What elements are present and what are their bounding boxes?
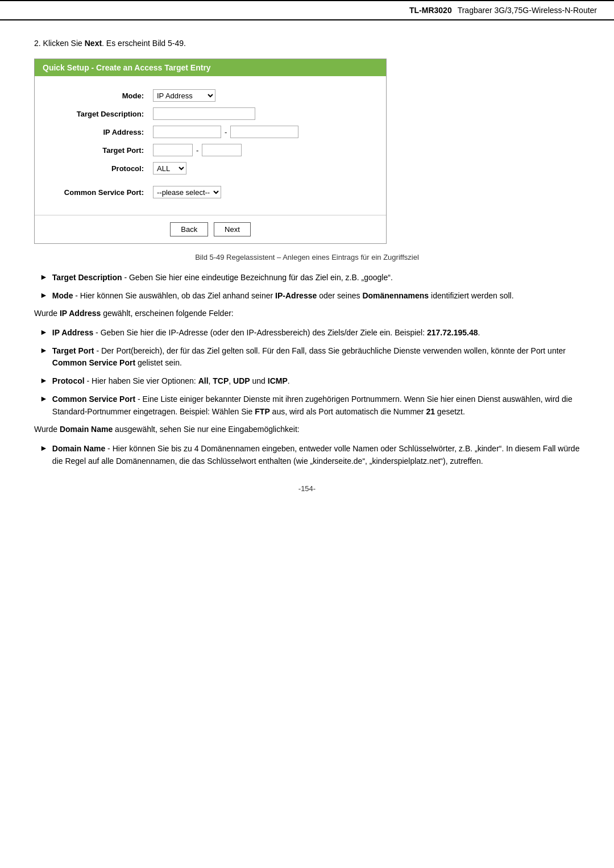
back-button[interactable]: Back bbox=[170, 222, 208, 236]
target-desc-label: Target Description: bbox=[46, 105, 148, 123]
ip-address-end-input[interactable] bbox=[230, 126, 298, 138]
bullet-text-domain-name: Domain Name - Hier können Sie bis zu 4 D… bbox=[52, 443, 580, 467]
bullet-bold-tcp: TCP bbox=[213, 376, 229, 385]
bullet-item-mode: ► Mode - Hier können Sie auswählen, ob d… bbox=[34, 290, 580, 302]
form-table: Mode: IP Address Domain Name Target Desc… bbox=[46, 86, 375, 207]
bullet-arrow-7: ► bbox=[40, 443, 48, 452]
bullet-arrow-2: ► bbox=[40, 290, 48, 300]
ip-address-row: IP Address: - bbox=[46, 123, 375, 141]
bullet-bold-ip-example: 217.72.195.48 bbox=[427, 328, 478, 337]
target-port-field: - bbox=[148, 141, 375, 159]
common-service-port-field: --please select-- bbox=[148, 183, 375, 201]
spacer-row bbox=[46, 177, 375, 183]
para-ip-bold: IP Address bbox=[60, 309, 101, 318]
bullet-bold-21: 21 bbox=[426, 407, 435, 416]
target-desc-row: Target Description: bbox=[46, 105, 375, 123]
step-number: 2. bbox=[34, 39, 41, 48]
protocol-select[interactable]: ALL TCP UDP ICMP bbox=[153, 162, 186, 175]
bullet-bold-ip: IP Address bbox=[52, 328, 93, 337]
mode-label: Mode: bbox=[46, 86, 148, 105]
para-domain-bold: Domain Name bbox=[60, 425, 113, 434]
button-row: Back Next bbox=[35, 215, 386, 243]
para-domain-name: Wurde Domain Name ausgewählt, sehen Sie … bbox=[34, 423, 580, 436]
target-desc-input[interactable] bbox=[153, 107, 255, 120]
mode-row: Mode: IP Address Domain Name bbox=[46, 86, 375, 105]
protocol-row: Protocol: ALL TCP UDP ICMP bbox=[46, 159, 375, 177]
target-port-end-input[interactable] bbox=[202, 144, 242, 156]
target-port-label: Target Port: bbox=[46, 141, 148, 159]
target-desc-field bbox=[148, 105, 375, 123]
page-number: -154- bbox=[34, 484, 580, 493]
bullet-bold-ip-adresse: IP-Adresse bbox=[275, 291, 317, 300]
bullet-item-target-desc: ► Target Description - Geben Sie hier ei… bbox=[34, 272, 580, 284]
page-content: 2. Klicken Sie Next. Es erscheint Bild 5… bbox=[0, 32, 614, 516]
quick-setup-box: Quick Setup - Create an Access Target En… bbox=[34, 59, 387, 244]
bullet-bold-target-desc: Target Description bbox=[52, 273, 122, 282]
bullet-arrow-1: ► bbox=[40, 272, 48, 281]
bullet-text-mode: Mode - Hier können Sie auswählen, ob das… bbox=[52, 290, 514, 302]
bullet-text-target-port: Target Port - Der Port(bereich), der für… bbox=[52, 345, 580, 369]
step-text: Klicken Sie bbox=[43, 39, 85, 48]
bullet-bold-domain-name: Domain Name bbox=[52, 444, 105, 453]
bullet-item-target-port: ► Target Port - Der Port(bereich), der f… bbox=[34, 345, 580, 369]
bullet-bold-mode: Mode bbox=[52, 291, 73, 300]
bullet-item-protocol: ► Protocol - Hier haben Sie vier Optione… bbox=[34, 375, 580, 388]
bullet-text-ip: IP Address - Geben Sie hier die IP-Adres… bbox=[52, 327, 480, 339]
quick-setup-title: Quick Setup - Create an Access Target En… bbox=[35, 59, 386, 76]
bullet-bold-icmp: ICMP bbox=[268, 376, 288, 385]
bullet-arrow-5: ► bbox=[40, 376, 48, 385]
quick-setup-body: Mode: IP Address Domain Name Target Desc… bbox=[35, 76, 386, 215]
protocol-field: ALL TCP UDP ICMP bbox=[148, 159, 375, 177]
bullet-bold-domain: Domänennamens bbox=[362, 291, 429, 300]
port-separator: - bbox=[195, 146, 200, 155]
bullet-bold-common-service: Common Service Port bbox=[52, 394, 135, 404]
para-ip-address: Wurde IP Address gewählt, erscheinen fol… bbox=[34, 308, 580, 320]
bullet-item-common-service: ► Common Service Port - Eine Liste einig… bbox=[34, 393, 580, 418]
step-line: 2. Klicken Sie Next. Es erscheint Bild 5… bbox=[34, 38, 580, 49]
bullet-bold-csp: Common Service Port bbox=[52, 358, 135, 367]
common-service-port-label: Common Service Port: bbox=[46, 183, 148, 201]
bullet-arrow-3: ► bbox=[40, 327, 48, 337]
bullet-bold-all: All bbox=[198, 376, 209, 385]
bullet-bold-protocol: Protocol bbox=[52, 376, 85, 385]
target-port-start-input[interactable] bbox=[153, 144, 193, 156]
mode-field: IP Address Domain Name bbox=[148, 86, 375, 105]
port-row: - bbox=[153, 144, 370, 156]
common-service-port-select[interactable]: --please select-- bbox=[153, 186, 221, 198]
next-button[interactable]: Next bbox=[214, 222, 251, 236]
ip-address-start-input[interactable] bbox=[153, 126, 221, 138]
target-port-row: Target Port: - bbox=[46, 141, 375, 159]
spacer-row2 bbox=[46, 201, 375, 207]
bullet-bold-ftp: FTP bbox=[255, 407, 269, 416]
protocol-label: Protocol: bbox=[46, 159, 148, 177]
model-number: TL-MR3020 bbox=[409, 6, 452, 15]
ip-separator: - bbox=[223, 128, 228, 136]
mode-select[interactable]: IP Address Domain Name bbox=[153, 89, 215, 102]
ip-address-label: IP Address: bbox=[46, 123, 148, 141]
ip-address-field: - bbox=[148, 123, 375, 141]
step-bold: Next bbox=[85, 39, 102, 48]
bullet-bold-udp: UDP bbox=[233, 376, 250, 385]
ip-row: - bbox=[153, 126, 370, 138]
bullet-bold-target-port: Target Port bbox=[52, 346, 94, 355]
bullet-arrow-4: ► bbox=[40, 346, 48, 355]
bullet-text-target-desc: Target Description - Geben Sie hier eine… bbox=[52, 272, 393, 284]
caption: Bild 5-49 Regelassistent – Anlegen eines… bbox=[34, 253, 580, 261]
header-bar: TL-MR3020 Tragbarer 3G/3,75G-Wireless-N-… bbox=[0, 0, 614, 20]
bullet-arrow-6: ► bbox=[40, 394, 48, 403]
bullet-item-ip: ► IP Address - Geben Sie hier die IP-Adr… bbox=[34, 327, 580, 339]
common-service-port-row: Common Service Port: --please select-- bbox=[46, 183, 375, 201]
step-rest: . Es erscheint Bild 5-49. bbox=[102, 39, 186, 48]
bullet-item-domain-name: ► Domain Name - Hier können Sie bis zu 4… bbox=[34, 443, 580, 467]
model-subtitle: Tragbarer 3G/3,75G-Wireless-N-Router bbox=[458, 6, 597, 15]
bullet-text-protocol: Protocol - Hier haben Sie vier Optionen:… bbox=[52, 375, 290, 388]
bullet-text-common-service: Common Service Port - Eine Liste einiger… bbox=[52, 393, 580, 418]
